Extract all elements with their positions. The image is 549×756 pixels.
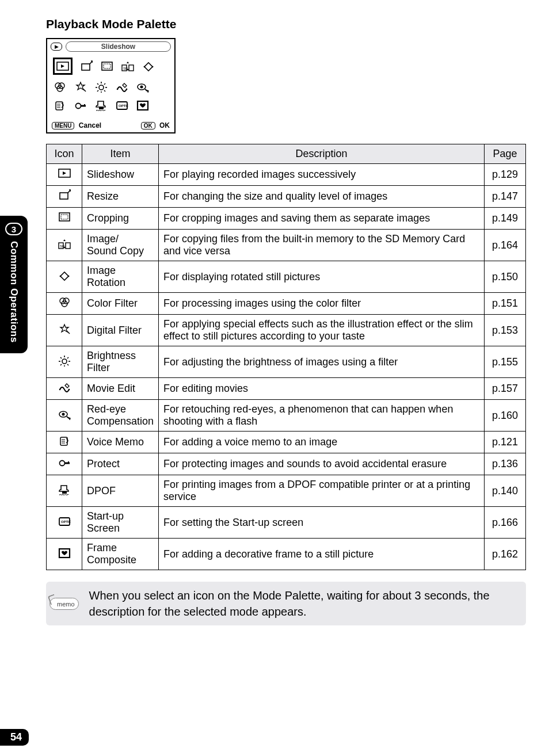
chapter-title: Common Operations	[8, 241, 20, 343]
item-page: p.166	[485, 507, 526, 539]
item-page: p.149	[485, 208, 526, 230]
item-name: Voice Memo	[82, 432, 159, 453]
table-row: SlideshowFor playing recorded images suc…	[47, 164, 526, 186]
item-name: DPOF	[82, 475, 159, 507]
slideshow-icon	[47, 164, 82, 186]
palette-item-voicememo	[53, 99, 67, 112]
palette-item-resize	[79, 60, 93, 72]
memo-icon: memo	[49, 598, 79, 610]
memo-note: memo When you select an icon on the Mode…	[46, 582, 526, 625]
item-page: p.160	[485, 400, 526, 432]
mode-palette-screenshot: ▶ Slideshow	[46, 38, 176, 133]
palette-item-frame	[136, 99, 150, 112]
palette-item-slideshow	[53, 58, 73, 75]
table-row: Movie EditFor editing moviesp.157	[47, 378, 526, 400]
item-description: For printing images from a DPOF compatib…	[159, 475, 485, 507]
item-name: Protect	[82, 453, 159, 475]
ok-button-icon: OK	[141, 122, 155, 129]
palette-selected-label: Slideshow	[66, 41, 171, 52]
playback-mode-icon: ▶	[51, 43, 62, 51]
table-row: CroppingFor cropping images and saving t…	[47, 208, 526, 230]
item-description: For adding a voice memo to an image	[159, 432, 485, 453]
table-row: ProtectFor protecting images and sounds …	[47, 453, 526, 475]
item-description: For processing images using the color fi…	[159, 293, 485, 315]
table-row: Digital FilterFor applying special effec…	[47, 315, 526, 346]
table-row: Brightness FilterFor adjusting the brigh…	[47, 346, 526, 378]
item-name: Image Rotation	[82, 261, 159, 293]
brightness-icon	[47, 346, 82, 378]
startup-icon	[47, 507, 82, 539]
item-description: For setting the Start-up screen	[159, 507, 485, 539]
table-row: Voice MemoFor adding a voice memo to an …	[47, 432, 526, 453]
palette-item-rotate	[142, 60, 155, 72]
resize-icon	[47, 186, 82, 208]
palette-cancel: MENU Cancel	[52, 121, 101, 129]
dpof-icon	[47, 475, 82, 507]
colorfilter-icon	[47, 293, 82, 315]
table-row: Start-up ScreenFor setting the Start-up …	[47, 507, 526, 539]
digitalfilter-icon	[47, 315, 82, 346]
copy-icon	[47, 230, 82, 261]
item-name: Red-eye Compensation	[82, 400, 159, 432]
item-description: For changing the size and quality level …	[159, 186, 485, 208]
item-page: p.121	[485, 432, 526, 453]
table-row: Frame CompositeFor adding a decorative f…	[47, 539, 526, 570]
table-row: ResizeFor changing the size and quality …	[47, 186, 526, 208]
palette-ok-label: OK	[159, 121, 170, 129]
chapter-number: 3	[5, 223, 22, 235]
memo-text: When you select an icon on the Mode Pale…	[89, 587, 518, 620]
item-name: Brightness Filter	[82, 346, 159, 378]
protect-icon	[47, 453, 82, 475]
item-name: Start-up Screen	[82, 507, 159, 539]
header-description: Description	[159, 144, 485, 164]
palette-item-colorfilter	[53, 81, 67, 93]
menu-button-icon: MENU	[52, 122, 74, 129]
item-page: p.155	[485, 346, 526, 378]
item-name: Slideshow	[82, 164, 159, 186]
redeye-icon	[47, 400, 82, 432]
table-row: Image/ Sound CopyFor copying files from …	[47, 230, 526, 261]
item-name: Resize	[82, 186, 159, 208]
item-page: p.140	[485, 475, 526, 507]
palette-item-startup	[115, 99, 129, 112]
cropping-icon	[47, 208, 82, 230]
palette-item-dpof	[94, 99, 108, 112]
item-description: For copying files from the built-in memo…	[159, 230, 485, 261]
voicememo-icon	[47, 432, 82, 453]
section-title: Playback Mode Palette	[46, 17, 526, 31]
palette-item-protect	[74, 99, 87, 112]
table-header-row: Icon Item Description Page	[47, 144, 526, 164]
palette-item-movieedit	[115, 81, 129, 93]
item-page: p.136	[485, 453, 526, 475]
item-description: For playing recorded images successively	[159, 164, 485, 186]
item-page: p.162	[485, 539, 526, 570]
header-icon: Icon	[47, 144, 82, 164]
chapter-tab: 3 Common Operations	[0, 216, 28, 353]
palette-item-cropping	[100, 60, 114, 72]
item-page: p.129	[485, 164, 526, 186]
item-name: Color Filter	[82, 293, 159, 315]
rotate-icon	[47, 261, 82, 293]
palette-item-brightness	[94, 81, 108, 93]
item-name: Digital Filter	[82, 315, 159, 346]
item-description: For editing movies	[159, 378, 485, 400]
item-description: For adding a decorative frame to a still…	[159, 539, 485, 570]
item-name: Cropping	[82, 208, 159, 230]
item-description: For adjusting the brightness of images u…	[159, 346, 485, 378]
item-page: p.147	[485, 186, 526, 208]
mode-palette-table: Icon Item Description Page SlideshowFor …	[46, 144, 526, 570]
palette-item-copy	[121, 60, 135, 72]
movieedit-icon	[47, 378, 82, 400]
item-page: p.153	[485, 315, 526, 346]
table-row: Color FilterFor processing images using …	[47, 293, 526, 315]
item-page: p.150	[485, 261, 526, 293]
palette-cancel-label: Cancel	[79, 121, 101, 129]
frame-icon	[47, 539, 82, 570]
item-description: For retouching red-eyes, a phenomenon th…	[159, 400, 485, 432]
item-page: p.157	[485, 378, 526, 400]
item-description: For displaying rotated still pictures	[159, 261, 485, 293]
palette-item-digitalfilter	[74, 81, 87, 93]
item-name: Frame Composite	[82, 539, 159, 570]
header-item: Item	[82, 144, 159, 164]
table-row: DPOFFor printing images from a DPOF comp…	[47, 475, 526, 507]
